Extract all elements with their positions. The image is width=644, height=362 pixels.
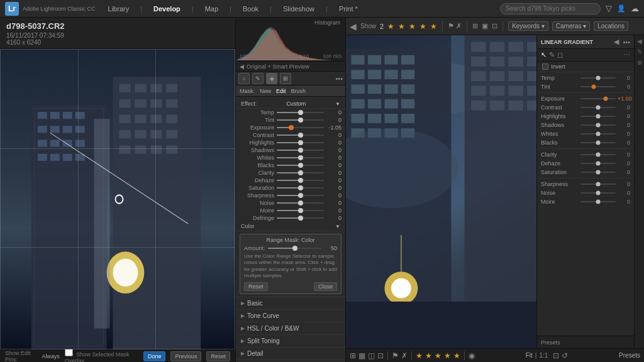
filmstrip-icon[interactable]: ⊞ xyxy=(350,351,356,360)
sharpness-slider[interactable] xyxy=(277,195,324,196)
amount-slider[interactable] xyxy=(268,248,322,249)
always-dropdown[interactable]: Always xyxy=(42,353,60,359)
rs-sharpness-slider[interactable] xyxy=(580,184,616,185)
rs-dehaze-slider[interactable] xyxy=(580,163,616,164)
highlights-slider[interactable] xyxy=(277,142,324,143)
range-mask-reset[interactable]: Reset xyxy=(244,282,268,291)
edge-icon-2[interactable]: ✎ xyxy=(637,48,642,55)
rs-brush-icon[interactable]: ✎ xyxy=(549,51,555,59)
flag-icon[interactable]: ⚑ xyxy=(448,22,454,30)
flag-reject-icon[interactable]: ✗ xyxy=(401,351,408,360)
basic-accordion-header[interactable]: ▶ Basic xyxy=(236,297,345,309)
rs-exposure-slider[interactable] xyxy=(580,98,616,99)
crop-icon[interactable]: ⊡ xyxy=(553,351,559,360)
grid-view-icon[interactable]: ▦ xyxy=(358,351,365,360)
color-expand-icon[interactable]: ▼ xyxy=(335,224,340,229)
defringe-slider[interactable] xyxy=(277,217,324,219)
keywords-button[interactable]: Keywords ▾ xyxy=(508,21,548,31)
split-toning-accordion-header[interactable]: ▶ Split Toning xyxy=(236,335,345,347)
rs-highlights-slider[interactable] xyxy=(580,116,616,117)
grid-icon[interactable]: ⊞ xyxy=(472,22,478,30)
locations-button[interactable]: Locations xyxy=(594,21,628,31)
range-mask-close[interactable]: Close xyxy=(314,282,337,291)
blacks-slider[interactable] xyxy=(277,165,324,166)
moire-slider[interactable] xyxy=(277,210,324,211)
rs-blacks-slider[interactable] xyxy=(580,142,616,143)
effect-dropdown-icon[interactable]: ▼ xyxy=(335,101,340,107)
star-3[interactable]: ★ xyxy=(409,22,416,31)
zoom-icon[interactable]: ⊡ xyxy=(492,22,497,30)
mask-edit[interactable]: Edit xyxy=(276,88,286,94)
star-1[interactable]: ★ xyxy=(387,22,394,31)
hsl-accordion-header[interactable]: ▶ HSL / Color / B&W xyxy=(236,322,345,334)
temp-slider[interactable] xyxy=(277,112,324,113)
star-4[interactable]: ★ xyxy=(419,22,426,31)
star-2[interactable]: ★ xyxy=(398,22,405,31)
reset-button[interactable]: Reset xyxy=(206,351,230,361)
rs-clarity-slider[interactable] xyxy=(580,154,616,155)
tone-curve-accordion-header[interactable]: ▶ Tone Curve xyxy=(236,310,345,322)
previous-button[interactable]: Previous xyxy=(170,351,201,361)
rs-temp-slider[interactable] xyxy=(580,77,616,79)
reject-icon[interactable]: ✗ xyxy=(456,22,462,30)
bb-star-4[interactable]: ★ xyxy=(444,351,451,360)
nav-develop[interactable]: Develop xyxy=(148,3,186,14)
rs-back-icon[interactable]: ◀ xyxy=(614,38,619,46)
noise-slider[interactable] xyxy=(277,202,324,204)
rs-shadows-slider[interactable] xyxy=(580,124,616,126)
rs-more-icon[interactable]: ••• xyxy=(623,38,630,46)
star-5[interactable]: ★ xyxy=(430,22,437,31)
contrast-slider[interactable] xyxy=(277,134,324,136)
compare-view-icon[interactable]: ◫ xyxy=(368,351,375,360)
exposure-slider[interactable] xyxy=(277,127,324,128)
tool-brush[interactable]: ✎ xyxy=(252,73,264,84)
rs-eraser-icon[interactable]: ◻ xyxy=(557,51,563,59)
search-input[interactable] xyxy=(500,3,601,14)
shadows-slider[interactable] xyxy=(277,150,324,151)
bb-star-1[interactable]: ★ xyxy=(416,351,423,360)
identity-icon[interactable]: 👤 xyxy=(617,4,626,13)
clarity-slider[interactable] xyxy=(277,172,324,173)
flag-pick-icon[interactable]: ⚑ xyxy=(392,351,399,360)
rs-noise-slider[interactable] xyxy=(580,192,616,194)
zoom-1-1[interactable]: 1:1 xyxy=(539,352,548,359)
tool-crop[interactable]: ⊞ xyxy=(280,73,291,84)
nav-library[interactable]: Library xyxy=(103,3,135,14)
tool-circle[interactable]: ○ xyxy=(238,73,250,84)
color-label-icon[interactable]: ◉ xyxy=(469,351,475,360)
filter-icon[interactable]: ▽ xyxy=(606,4,612,13)
edge-icon-1[interactable]: ◀ xyxy=(637,38,642,45)
whites-slider[interactable] xyxy=(277,157,324,158)
mask-brush[interactable]: Brush xyxy=(291,88,306,94)
detail-accordion-header[interactable]: ▶ Detail xyxy=(236,348,345,359)
rs-moire-slider[interactable] xyxy=(580,201,616,202)
rs-saturation-slider[interactable] xyxy=(580,172,616,173)
invert-checkbox[interactable] xyxy=(542,63,548,70)
tint-slider[interactable] xyxy=(277,119,324,121)
bb-star-2[interactable]: ★ xyxy=(425,351,432,360)
edge-icon-3[interactable]: ⊕ xyxy=(637,59,642,66)
bb-star-5[interactable]: ★ xyxy=(453,351,460,360)
nav-print[interactable]: Print * xyxy=(334,3,363,14)
rs-tint-slider[interactable] xyxy=(580,86,616,87)
saturation-slider[interactable] xyxy=(277,187,324,189)
compare-icon[interactable]: ▣ xyxy=(482,22,488,30)
rotate-icon[interactable]: ↺ xyxy=(562,351,568,360)
cloud-icon[interactable]: ☁ xyxy=(631,4,639,13)
nav-map[interactable]: Map xyxy=(200,3,223,14)
presets-label-bottom[interactable]: Presets xyxy=(619,352,640,359)
rs-cursor-icon[interactable]: ↖ xyxy=(541,51,547,59)
tool-mask[interactable]: ◈ xyxy=(266,73,277,84)
lens-accordion-header[interactable]: ▶ Lens Corrections xyxy=(236,360,345,362)
dehaze-slider[interactable] xyxy=(277,180,324,181)
cameras-button[interactable]: Cameras ▾ xyxy=(552,21,590,31)
rs-settings-icon[interactable]: ⋯ xyxy=(623,51,630,59)
survey-icon[interactable]: ⊡ xyxy=(377,351,384,360)
done-button[interactable]: Done xyxy=(143,351,166,361)
rs-whites-slider[interactable] xyxy=(580,133,616,134)
more-options-icon[interactable]: ••• xyxy=(335,75,343,82)
prev-arrow[interactable]: ◀ xyxy=(350,21,357,31)
bb-star-3[interactable]: ★ xyxy=(435,351,441,360)
mask-new[interactable]: New xyxy=(260,88,271,94)
rs-contrast-slider[interactable] xyxy=(580,107,616,108)
